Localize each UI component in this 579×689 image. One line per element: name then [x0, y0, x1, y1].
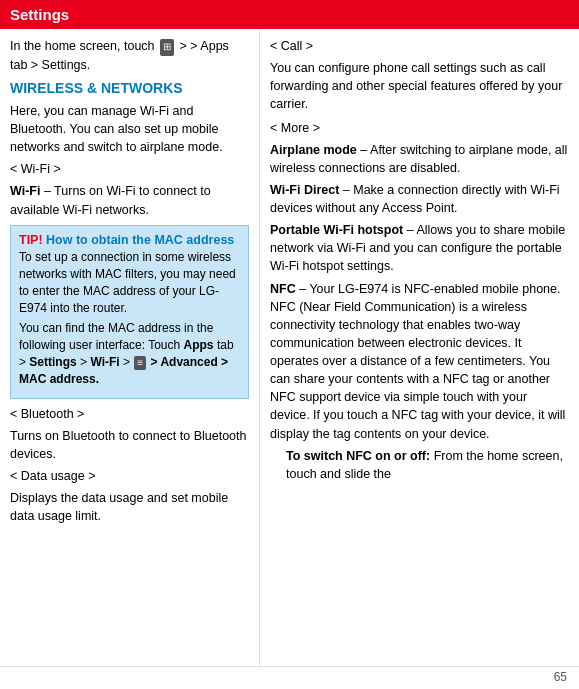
more-label: < More > [270, 119, 569, 137]
tip-title: TIP! How to obtain the MAC address [19, 232, 240, 250]
hotspot-detail: Portable Wi-Fi hotspot – Allows you to s… [270, 221, 569, 275]
left-column: In the home screen, touch ⊞ > > Apps tab… [0, 29, 260, 666]
nfc-detail: NFC – Your LG-E974 is NFC-enabled mobile… [270, 280, 569, 443]
wifidirect-detail: Wi-Fi Direct – Make a connection directl… [270, 181, 569, 217]
switch-nfc-detail: To switch NFC on or off: From the home s… [286, 447, 569, 483]
tip-box: TIP! How to obtain the MAC address To se… [10, 225, 249, 399]
page-footer: 65 [0, 666, 579, 686]
wifi-detail: Wi-Fi – Turns on Wi-Fi to connect to ava… [10, 182, 249, 218]
intro-text: In the home screen, touch ⊞ > > Apps tab… [10, 37, 249, 74]
call-desc: You can configure phone call settings su… [270, 59, 569, 113]
call-label: < Call > [270, 37, 569, 55]
content-wrapper: In the home screen, touch ⊞ > > Apps tab… [0, 29, 579, 666]
bluetooth-label: < Bluetooth > [10, 405, 249, 423]
right-column: < Call > You can configure phone call se… [260, 29, 579, 666]
bluetooth-desc: Turns on Bluetooth to connect to Bluetoo… [10, 427, 249, 463]
data-usage-label: < Data usage > [10, 467, 249, 485]
tip-body1: To set up a connection in some wireless … [19, 249, 240, 316]
header-title: Settings [10, 6, 69, 23]
page-number: 65 [554, 670, 567, 684]
airplane-detail: Airplane mode – After switching to airpl… [270, 141, 569, 177]
page-header: Settings [0, 0, 579, 29]
wireless-desc: Here, you can manage Wi-Fi and Bluetooth… [10, 102, 249, 156]
apps-icon: ⊞ [160, 39, 174, 56]
wifi-label: < Wi-Fi > [10, 160, 249, 178]
wireless-networks-title: WIRELESS & NETWORKS [10, 78, 249, 98]
data-usage-desc: Displays the data usage and set mobile d… [10, 489, 249, 525]
menu-icon: ≡ [134, 356, 146, 370]
tip-body2: You can find the MAC address in the foll… [19, 320, 240, 387]
